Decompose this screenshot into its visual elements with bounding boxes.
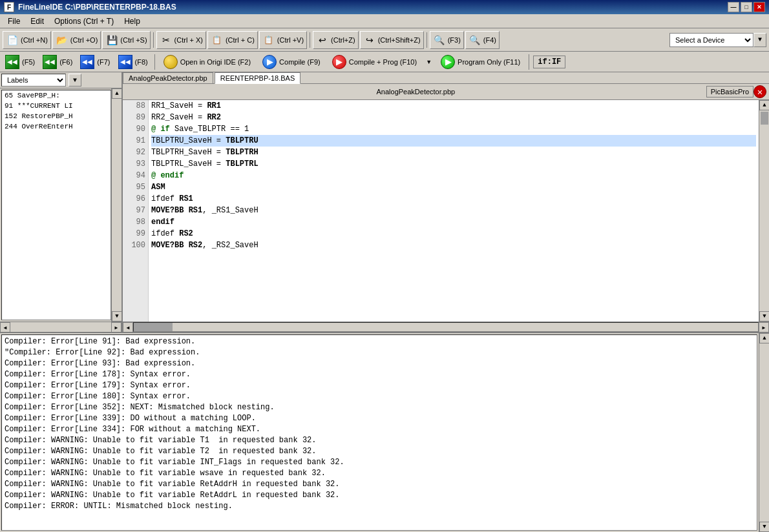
code-line[interactable]: @ if Save_TBLPTR == 1 [151,123,756,135]
code-line[interactable]: TBLPTRU_SaveH = TBLPTRU [151,135,756,147]
f8-icon: ◀◀ [118,55,132,69]
scroll-up[interactable]: ▲ [759,100,769,110]
output-line: Compiler: Error[Line 178]: Syntax error. [5,369,754,380]
code-editor[interactable]: RR1_SaveH = RR1 RR2_SaveH = RR2@ if Save… [149,100,759,322]
findnext-button[interactable]: 🔍 (F4) [465,31,500,49]
program-only-button[interactable]: ▶ Program Only (F11) [436,54,525,70]
code-line[interactable]: RR2_SaveH = RR2 [151,112,756,123]
output-line: Compiler: Error[Line 339]: DO without a … [5,413,754,424]
line-number: 88 [123,100,148,112]
code-line[interactable]: ifdef RS2 [151,228,756,240]
output-line: Compiler: WARNING: Unable to fit variabl… [5,490,754,501]
scroll-down[interactable]: ▼ [759,311,769,322]
code-line[interactable]: ifdef RS1 [151,193,756,205]
code-line[interactable]: TBLPTRL_SaveH = TBLPTRL [151,158,756,170]
left-h-scrollbar: ◀ ▶ [0,322,121,332]
separator4 [154,54,155,70]
menu-help[interactable]: Help [119,15,145,27]
toolbar-f8-button[interactable]: ◀◀ (F8) [116,54,151,70]
output-line: Compiler: WARNING: Unable to fit variabl… [5,457,754,468]
output-scrollbar[interactable]: ▲ ▼ [759,333,769,532]
labels-dropdown[interactable]: Labels [1,74,66,87]
maximize-button[interactable]: □ [741,2,752,12]
code-line[interactable]: @ endif [151,170,756,181]
labels-dropdown-arrow[interactable]: ▼ [68,74,81,87]
output-line: Compiler: WARNING: Unable to fit variabl… [5,446,754,457]
h-scroll-left[interactable]: ◀ [123,322,133,332]
scroll-up-arrow[interactable]: ▲ [112,88,121,99]
open-orig-ide-button[interactable]: Open in Origi IDE (F2) [159,54,255,70]
scroll-down-arrow[interactable]: ▼ [112,311,121,322]
paste-icon: 📋 [262,34,275,46]
left-scroll-left[interactable]: ◀ [0,322,10,332]
menu-options[interactable]: Options (Ctrl + T) [49,15,119,27]
copy-button[interactable]: 📋 (Ctrl + C) [207,31,258,49]
label-list-item[interactable]: 244 OverReEnterH [2,121,111,132]
window-title: FineLineIDE C:\PBP\REENTERPBP-18.BAS [18,3,728,12]
find-button[interactable]: 🔍 (F3) [430,31,464,49]
output-line: Compiler: Error[Line 93]: Bad expression… [5,358,754,369]
h-scroll-thumb[interactable] [134,323,173,331]
toolbar-f6-button[interactable]: ◀◀ (F6) [40,54,75,70]
line-number: 98 [123,216,148,228]
line-number: 100 [123,240,148,251]
dropdown-arrow-icon: ▼ [426,59,432,65]
new-button[interactable]: 📄 (Ctrl +N) [3,31,51,49]
output-line: Compiler: WARNING: Unable to fit variabl… [5,479,754,490]
toolbar-f5-button[interactable]: ◀◀ (F5) [3,54,37,70]
menu-file[interactable]: File [3,15,25,27]
code-line[interactable]: RR1_SaveH = RR1 [151,100,756,112]
label-list-item[interactable]: 91 ***CURRENT LI [2,101,111,111]
save-button[interactable]: 💾 (Ctrl +S) [102,31,150,49]
line-number: 94 [123,170,148,181]
output-content: Compiler: Error[Line 91]: Bad expression… [1,334,757,531]
output-line: Compiler: Error[Line 91]: Bad expression… [5,336,754,347]
output-line: Compiler: Error[Line 180]: Syntax error. [5,391,754,402]
cut-button[interactable]: ✂ (Ctrl + X) [156,31,206,49]
left-panel: Labels ▼ 65 SavePBP_H:91 ***CURRENT LI15… [0,72,123,332]
close-button[interactable]: ✕ [753,2,765,12]
scroll-track [112,99,121,311]
h-scroll-right[interactable]: ▶ [759,322,769,332]
v-scrollbar[interactable]: ▲ ▼ [759,100,769,322]
picbasicpro-button[interactable]: PicBasicPro [706,86,753,97]
code-line[interactable]: TBLPTRH_SaveH = TBLPTRH [151,147,756,158]
main-area: Labels ▼ 65 SavePBP_H:91 ***CURRENT LI15… [0,72,769,332]
open-icon: 📂 [56,34,68,46]
undo-button[interactable]: ↩ (Ctrl+Z) [313,31,359,49]
v-scroll-thumb[interactable] [761,112,768,125]
toolbar-f7-button[interactable]: ◀◀ (F7) [78,54,112,70]
compile-prog-dropdown[interactable]: ▼ [424,54,434,70]
code-line[interactable]: endif [151,216,756,228]
line-numbers: 888990919293949596979899100 [123,100,149,322]
device-select[interactable]: Select a Device [669,33,753,47]
left-scroll-right[interactable]: ▶ [111,322,121,332]
output-line: Compiler: Error[Line 179]: Syntax error. [5,380,754,391]
device-dropdown-button[interactable]: ▼ [753,33,766,47]
code-line[interactable]: MOVE?BB RS2, _RS2_SaveH [151,240,756,251]
paste-button[interactable]: 📋 (Ctrl +V) [259,31,307,49]
minimize-button[interactable]: — [728,2,739,12]
line-number: 92 [123,147,148,158]
line-number: 97 [123,205,148,216]
f7-icon: ◀◀ [80,55,94,69]
tab-reenter[interactable]: REENTERPBP-18.BAS [215,72,301,84]
left-panel-inner: 65 SavePBP_H:91 ***CURRENT LI152 Restore… [0,88,121,322]
code-line[interactable]: MOVE?BB RS1, _RS1_SaveH [151,205,756,216]
label-list-item[interactable]: 152 RestorePBP_H [2,111,111,121]
window-controls: — □ ✕ [728,2,765,12]
output-scroll-up[interactable]: ▲ [759,333,769,343]
output-scroll-down[interactable]: ▼ [759,522,769,532]
new-icon: 📄 [6,34,19,46]
editor-close-button[interactable]: ✕ [753,85,766,98]
menu-edit[interactable]: Edit [25,15,49,27]
redo-button[interactable]: ↪ (Ctrl+Shift+Z) [360,31,424,49]
compile-prog-button[interactable]: ▶ Compile + Prog (F10) [328,54,421,70]
left-scrollbar[interactable]: ▲ ▼ [111,88,121,322]
open-button[interactable]: 📂 (Ctrl +O) [52,31,101,49]
compile-button[interactable]: ▶ Compile (F9) [258,54,325,70]
label-list-item[interactable]: 65 SavePBP_H: [2,90,111,101]
code-line[interactable]: ASM [151,181,756,193]
copy-icon: 📋 [211,34,224,46]
tab-analog[interactable]: AnalogPeakDetector.pbp [123,72,213,83]
